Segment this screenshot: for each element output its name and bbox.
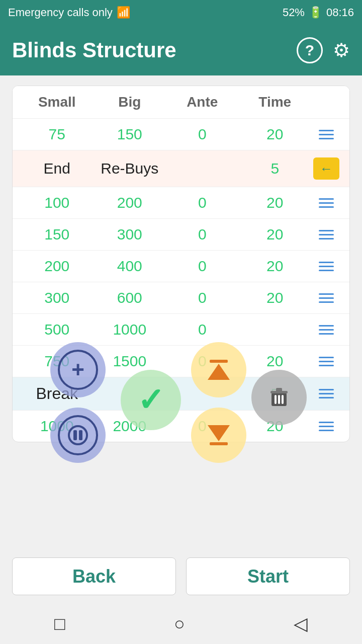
small-value: 200: [21, 258, 94, 275]
drag-handle[interactable]: [311, 422, 341, 431]
drag-handle[interactable]: [311, 130, 341, 139]
drag-handle[interactable]: [311, 262, 341, 271]
ante-value: 0: [166, 321, 239, 338]
table-row-end: End Re-Buys 5 ←: [13, 150, 349, 187]
arrow-down-icon: [208, 425, 230, 445]
pause-icon: [58, 415, 98, 455]
pause-button[interactable]: [50, 408, 106, 463]
big-value: 200: [94, 194, 166, 211]
table-row: 200 400 0 20: [13, 250, 349, 282]
time-text: 08:16: [326, 6, 354, 19]
help-icon[interactable]: ?: [297, 37, 323, 63]
big-value: 1000: [94, 321, 166, 338]
back-nav-icon[interactable]: ◁: [294, 613, 308, 634]
table-row: 75 150 0 20: [13, 118, 349, 150]
small-value: 75: [21, 126, 94, 143]
svg-rect-6: [275, 395, 277, 404]
sim-icon: 📶: [117, 6, 130, 19]
check-icon: ✓: [137, 384, 164, 416]
big-value: 400: [94, 258, 166, 275]
big-value: 150: [94, 126, 166, 143]
status-bar: Emergency calls only 📶 52% 🔋 08:16: [0, 0, 362, 25]
settings-icon[interactable]: ⚙: [333, 39, 350, 61]
drag-handle[interactable]: [311, 325, 341, 335]
table-header: Small Big Ante Time: [13, 86, 349, 118]
battery-text: 52%: [283, 6, 305, 19]
ante-value: 0: [166, 258, 239, 275]
move-up-button[interactable]: [191, 342, 246, 397]
back-arrow-button[interactable]: ←: [311, 157, 341, 180]
col-big: Big: [94, 94, 166, 110]
svg-rect-1: [73, 430, 77, 440]
small-value: 100: [21, 194, 94, 211]
drag-handle[interactable]: [311, 357, 341, 366]
table-row: 150 300 0 20: [13, 218, 349, 250]
table-row: 500 1000 0: [13, 313, 349, 345]
add-icon: +: [58, 350, 98, 390]
table-row: 100 200 0 20: [13, 187, 349, 218]
ante-value: 0: [166, 226, 239, 243]
time-value: 20: [239, 126, 312, 143]
drag-handle[interactable]: [311, 230, 341, 239]
delete-button[interactable]: [251, 370, 307, 425]
back-arrow-icon: ←: [320, 161, 333, 177]
small-value: 300: [21, 289, 94, 306]
floating-buttons: + ✓: [50, 342, 312, 483]
col-ante: Ante: [166, 94, 239, 110]
time-value: 20: [239, 258, 312, 275]
ante-value: 0: [166, 194, 239, 211]
table-row: 300 600 0 20: [13, 282, 349, 313]
header: Blinds Structure ? ⚙: [0, 25, 362, 75]
big-value: 600: [94, 289, 166, 306]
svg-rect-2: [79, 430, 82, 440]
drag-handle[interactable]: [311, 293, 341, 303]
confirm-button[interactable]: ✓: [121, 370, 181, 430]
status-left: Emergency calls only 📶: [8, 6, 130, 19]
trash-icon: [266, 385, 292, 410]
drag-handle[interactable]: [311, 198, 341, 208]
big-value: 300: [94, 226, 166, 243]
home-nav-icon[interactable]: ○: [174, 613, 185, 634]
back-button[interactable]: Back: [12, 557, 176, 595]
bottom-bar: Back Start: [0, 548, 362, 604]
battery-icon: 🔋: [309, 6, 322, 19]
page-title: Blinds Structure: [12, 38, 176, 62]
nav-bar: □ ○ ◁: [0, 604, 362, 644]
col-time: Time: [239, 94, 312, 110]
svg-point-0: [69, 426, 87, 444]
arrow-up-icon: [208, 360, 230, 380]
col-drag: [311, 94, 341, 110]
svg-rect-7: [278, 395, 280, 404]
rebuys-label: Re-Buys: [94, 160, 166, 177]
ante-value: 0: [166, 289, 239, 306]
move-down-button[interactable]: [191, 408, 246, 463]
svg-rect-8: [282, 395, 284, 404]
time-value: 20: [239, 194, 312, 211]
square-nav-icon[interactable]: □: [54, 613, 65, 634]
small-value: 500: [21, 321, 94, 338]
start-button[interactable]: Start: [186, 557, 350, 595]
add-button[interactable]: +: [50, 342, 106, 397]
time-value: 20: [239, 289, 312, 306]
ante-value: 0: [166, 126, 239, 143]
end-label: End: [21, 160, 94, 177]
header-icons: ? ⚙: [297, 37, 350, 63]
drag-handle[interactable]: [311, 389, 341, 398]
emergency-text: Emergency calls only: [8, 6, 113, 19]
small-value: 150: [21, 226, 94, 243]
svg-rect-5: [276, 388, 282, 392]
end-time: 5: [239, 160, 312, 177]
status-right: 52% 🔋 08:16: [283, 6, 354, 19]
col-small: Small: [21, 94, 94, 110]
time-value: 20: [239, 226, 312, 243]
